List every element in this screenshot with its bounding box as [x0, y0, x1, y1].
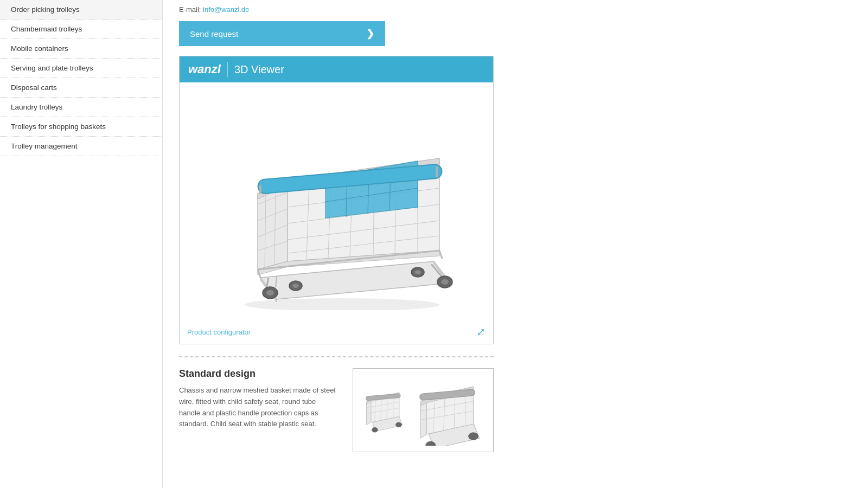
sidebar-item-laundry-trolleys[interactable]: Laundry trolleys: [0, 98, 162, 117]
email-link[interactable]: info@wanzl.de: [203, 5, 249, 14]
viewer-container: wanzl 3D Viewer: [179, 56, 494, 344]
sidebar-item-order-picking-trolleys[interactable]: Order picking trolleys: [0, 0, 162, 20]
svg-point-0: [244, 298, 439, 310]
email-row: E-mail: info@wanzl.de: [179, 5, 852, 14]
svg-point-60: [395, 422, 401, 427]
product-configurator-link[interactable]: Product configurator: [187, 328, 251, 336]
standard-design-description: Chassis and narrow meshed basket made of…: [179, 385, 336, 430]
svg-line-47: [439, 251, 442, 259]
svg-point-59: [372, 427, 378, 432]
send-request-arrow-icon: ❯: [366, 28, 374, 40]
sidebar-item-trolleys-shopping-baskets[interactable]: Trolleys for shopping baskets: [0, 117, 162, 137]
main-content: E-mail: info@wanzl.de Send request ❯ wan…: [163, 0, 868, 488]
standard-design-text: Standard design Chassis and narrow meshe…: [179, 368, 336, 452]
standard-carts-svg: [358, 375, 488, 446]
sidebar-item-chambermaid-trolleys[interactable]: Chambermaid trolleys: [0, 20, 162, 39]
viewer-header: wanzl 3D Viewer: [180, 56, 493, 82]
standard-design-image: [353, 368, 494, 452]
standard-design-title: Standard design: [179, 368, 336, 380]
sidebar-item-disposal-carts[interactable]: Disposal carts: [0, 78, 162, 98]
brand-logo: wanzl: [188, 62, 221, 76]
email-label: E-mail:: [179, 5, 201, 14]
sidebar-item-trolley-management[interactable]: Trolley management: [0, 137, 162, 156]
svg-point-8: [266, 290, 274, 296]
standard-design-section: Standard design Chassis and narrow meshe…: [179, 356, 494, 452]
svg-point-14: [414, 270, 421, 274]
viewer-body: [180, 82, 493, 321]
svg-point-73: [469, 432, 478, 440]
send-request-button[interactable]: Send request ❯: [179, 21, 385, 46]
expand-icon[interactable]: ⤢: [476, 325, 486, 338]
viewer-footer: Product configurator ⤢: [180, 321, 493, 344]
viewer-title: 3D Viewer: [234, 63, 284, 76]
send-request-label: Send request: [190, 29, 238, 38]
cart-3d-image: [206, 93, 467, 310]
svg-point-10: [441, 279, 449, 285]
sidebar: Order picking trolleys Chambermaid troll…: [0, 0, 163, 488]
sidebar-item-mobile-containers[interactable]: Mobile containers: [0, 39, 162, 59]
header-divider: [227, 62, 228, 77]
svg-point-12: [292, 284, 299, 288]
sidebar-item-serving-plate-trolleys[interactable]: Serving and plate trolleys: [0, 59, 162, 78]
